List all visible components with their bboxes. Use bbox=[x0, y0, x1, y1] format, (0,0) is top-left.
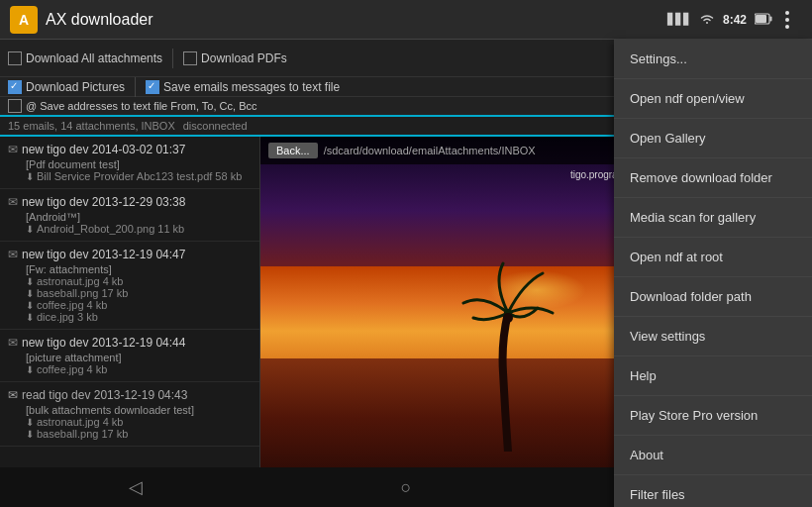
download-pictures-checkbox[interactable] bbox=[8, 80, 22, 94]
app-title: AX downloader bbox=[46, 11, 667, 29]
email-subject: [Fw: attachments] bbox=[26, 263, 252, 275]
overflow-menu-button[interactable] bbox=[772, 5, 802, 35]
email-from: new tigo dev 2013-12-19 04:44 bbox=[22, 336, 185, 350]
save-emails-checkbox[interactable] bbox=[146, 80, 159, 94]
svg-point-5 bbox=[503, 313, 513, 323]
inbox-info: 15 emails, 14 attachments, INBOX bbox=[8, 120, 175, 132]
context-menu: Settings... Open ndf open/view Open Gall… bbox=[614, 40, 812, 507]
download-pictures-label: Download Pictures bbox=[26, 80, 125, 94]
email-attachment-2: ⬇ baseball.png 17 kb bbox=[26, 287, 252, 299]
menu-item-download-folder-path[interactable]: Download folder path bbox=[614, 277, 812, 317]
save-emails-item[interactable]: Save emails messages to text file bbox=[146, 80, 340, 94]
email-from: new tigo dev 2013-12-19 04:47 bbox=[22, 248, 185, 261]
topbar: A AX downloader ▋▋▋ 8:42 bbox=[0, 0, 812, 40]
email-icon: ✉ bbox=[8, 248, 18, 261]
email-from: new tigo dev 2013-12-29 03:38 bbox=[22, 195, 185, 209]
app-icon: A bbox=[10, 6, 38, 34]
menu-item-remove-download-folder[interactable]: Remove download folder bbox=[614, 158, 812, 198]
wifi-icon bbox=[699, 13, 715, 27]
back-button[interactable]: Back... bbox=[268, 143, 318, 158]
email-attachment: ⬇ coffee.jpg 4 kb bbox=[26, 363, 252, 375]
menu-item-filter-files[interactable]: Filter files bbox=[614, 475, 812, 507]
back-nav-button[interactable]: ◁ bbox=[106, 469, 165, 505]
email-subject: [bulk attachments downloader test] bbox=[26, 404, 252, 416]
email-subject: [picture attachment] bbox=[26, 352, 252, 363]
download-pdfs-label: Download PDFs bbox=[201, 51, 287, 65]
status-icons: ▋▋▋ 8:42 bbox=[667, 13, 772, 27]
menu-item-settings[interactable]: Settings... bbox=[614, 40, 812, 79]
list-item[interactable]: ✉ new tigo dev 2013-12-29 03:38 [Android… bbox=[0, 189, 259, 242]
email-icon: ✉ bbox=[8, 195, 18, 209]
email-icon: ✉ bbox=[8, 388, 18, 402]
email-attachment-1: ⬇ astronaut.jpg 4 kb bbox=[26, 416, 252, 428]
menu-item-media-scan[interactable]: Media scan for gallery bbox=[614, 198, 812, 238]
time-display: 8:42 bbox=[723, 13, 747, 27]
connection-status: disconnected bbox=[183, 120, 248, 132]
home-nav-icon: ○ bbox=[401, 477, 412, 498]
menu-item-view-settings[interactable]: View settings bbox=[614, 317, 812, 356]
svg-text:A: A bbox=[19, 12, 29, 28]
list-item[interactable]: ✉ new tigo dev 2013-12-19 04:44 [picture… bbox=[0, 330, 259, 382]
email-attachment-1: ⬇ astronaut.jpg 4 kb bbox=[26, 275, 252, 287]
svg-rect-4 bbox=[756, 15, 766, 23]
menu-item-open-ndf-open-view[interactable]: Open ndf open/view bbox=[614, 79, 812, 119]
download-all-label: Download All attachments bbox=[26, 51, 162, 65]
menu-item-open-gallery[interactable]: Open Gallery bbox=[614, 119, 812, 158]
menu-item-play-store-pro[interactable]: Play Store Pro version bbox=[614, 396, 812, 436]
list-item[interactable]: ✉ read tigo dev 2013-12-19 04:43 [bulk a… bbox=[0, 382, 259, 447]
download-pdfs-item[interactable]: Download PDFs bbox=[183, 51, 287, 65]
email-icon: ✉ bbox=[8, 143, 18, 156]
email-icon: ✉ bbox=[8, 336, 18, 350]
save-addresses-item[interactable]: @ Save addresses to text file From, To, … bbox=[8, 99, 257, 113]
email-list[interactable]: ✉ new tigo dev 2014-03-02 01:37 [Pdf doc… bbox=[0, 137, 260, 507]
toolbar-divider-2 bbox=[135, 77, 136, 97]
download-all-item[interactable]: Download All attachments bbox=[8, 51, 162, 65]
menu-item-about[interactable]: About bbox=[614, 436, 812, 475]
menu-item-help[interactable]: Help bbox=[614, 356, 812, 396]
home-nav-button[interactable]: ○ bbox=[376, 469, 436, 505]
save-emails-label: Save emails messages to text file bbox=[163, 80, 340, 94]
email-attachment-4: ⬇ dice.jpg 3 kb bbox=[26, 311, 252, 323]
back-nav-icon: ◁ bbox=[129, 476, 143, 498]
list-item[interactable]: ✉ new tigo dev 2014-03-02 01:37 [Pdf doc… bbox=[0, 137, 259, 189]
email-attachment-3: ⬇ coffee.jpg 4 kb bbox=[26, 299, 252, 311]
email-attachment: ⬇ Android_Robot_200.png 11 kb bbox=[26, 223, 252, 235]
email-subject: [Android™] bbox=[26, 211, 252, 223]
email-attachment: ⬇ Bill Service Provider Abc123 test.pdf … bbox=[26, 170, 252, 182]
list-item[interactable]: ✉ new tigo dev 2013-12-19 04:47 [Fw: att… bbox=[0, 242, 259, 330]
email-from: read tigo dev 2013-12-19 04:43 bbox=[22, 388, 187, 402]
preview-path: /sdcard/download/emailAttachments/INBOX bbox=[324, 145, 536, 156]
three-dots-icon bbox=[785, 11, 789, 29]
email-subject: [Pdf document test] bbox=[26, 158, 252, 170]
save-addresses-label: @ Save addresses to text file From, To, … bbox=[26, 100, 257, 112]
download-pdfs-checkbox[interactable] bbox=[183, 51, 197, 65]
menu-item-open-ndf-at-root[interactable]: Open ndf at root bbox=[614, 238, 812, 277]
email-from: new tigo dev 2014-03-02 01:37 bbox=[22, 143, 185, 156]
save-addresses-checkbox[interactable] bbox=[8, 99, 22, 113]
download-pictures-item[interactable]: Download Pictures bbox=[8, 80, 125, 94]
email-attachment-2: ⬇ baseball.png 17 kb bbox=[26, 428, 252, 440]
toolbar-divider-1 bbox=[172, 49, 173, 68]
battery-icon bbox=[755, 13, 772, 27]
download-all-checkbox[interactable] bbox=[8, 51, 22, 65]
network-icon: ▋▋▋ bbox=[667, 13, 691, 26]
palm-tree-svg bbox=[454, 254, 572, 452]
